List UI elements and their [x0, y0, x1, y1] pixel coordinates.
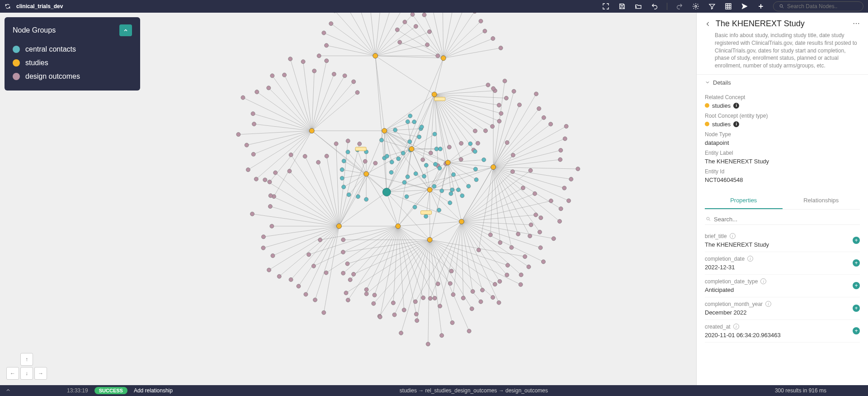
svg-point-519 — [304, 292, 308, 296]
svg-point-375 — [434, 147, 439, 151]
svg-point-500 — [436, 282, 440, 286]
svg-point-544 — [382, 188, 391, 196]
svg-point-335 — [410, 13, 415, 16]
legend-item[interactable]: central contacts — [13, 43, 132, 56]
tab-properties[interactable]: Properties — [705, 192, 783, 209]
svg-point-359 — [332, 72, 336, 76]
plus-icon[interactable] — [757, 2, 765, 10]
chevron-up-icon[interactable] — [5, 387, 11, 394]
pan-left-button[interactable]: ← — [6, 367, 19, 380]
svg-point-298 — [473, 129, 477, 133]
tab-relationships[interactable]: Relationships — [783, 192, 860, 209]
svg-point-432 — [563, 137, 567, 141]
property-value: 2020-11-01 06:34:20.963463 — [705, 332, 860, 339]
info-icon[interactable]: i — [733, 324, 739, 329]
svg-line-256 — [367, 226, 398, 290]
svg-point-419 — [438, 166, 442, 170]
svg-point-319 — [479, 19, 483, 23]
open-folder-icon[interactable] — [634, 2, 642, 10]
svg-point-444 — [516, 232, 520, 236]
svg-point-540 — [358, 142, 362, 146]
svg-point-390 — [482, 158, 486, 162]
svg-line-126 — [384, 131, 403, 153]
graph-canvas[interactable]: Node Groups central contactsstudiesdesig… — [0, 13, 696, 385]
svg-line-207 — [462, 215, 536, 222]
pan-down-button[interactable]: ↓ — [20, 367, 33, 380]
svg-point-497 — [427, 237, 432, 242]
svg-point-442 — [538, 230, 542, 234]
svg-line-265 — [315, 226, 339, 300]
svg-point-499 — [448, 281, 452, 286]
filter-icon[interactable] — [708, 2, 716, 10]
info-icon[interactable]: i — [760, 278, 766, 284]
svg-line-198 — [491, 167, 493, 235]
back-icon[interactable] — [705, 21, 711, 29]
info-icon[interactable]: i — [765, 301, 771, 307]
add-button[interactable]: + — [853, 327, 860, 334]
svg-line-285 — [336, 144, 339, 226]
svg-line-32 — [366, 174, 398, 226]
svg-line-91 — [375, 13, 393, 56]
property-row: created_ati2020-11-01 06:34:20.963463+ — [705, 320, 860, 343]
add-button[interactable]: + — [853, 259, 860, 267]
svg-point-436 — [569, 177, 573, 181]
expand-icon[interactable] — [602, 2, 610, 10]
svg-rect-546 — [421, 211, 432, 215]
svg-line-233 — [430, 240, 442, 335]
root-concept-value: studies — [712, 121, 731, 128]
svg-point-383 — [406, 119, 410, 124]
add-button[interactable]: + — [853, 237, 860, 244]
svg-line-234 — [428, 240, 430, 344]
svg-point-294 — [499, 111, 503, 115]
svg-line-166 — [415, 190, 430, 207]
info-icon[interactable]: i — [733, 103, 739, 109]
svg-point-471 — [438, 304, 442, 308]
svg-point-361 — [352, 80, 356, 84]
collapse-button[interactable] — [119, 24, 132, 36]
pan-up-button[interactable]: ↑ — [20, 353, 33, 366]
svg-line-223 — [415, 222, 462, 302]
svg-point-439 — [559, 207, 563, 211]
search-box[interactable] — [773, 1, 863, 11]
add-button[interactable]: + — [853, 305, 860, 312]
refresh-icon[interactable] — [5, 3, 11, 10]
settings-icon[interactable] — [692, 2, 700, 10]
svg-point-398 — [445, 160, 450, 165]
search-input[interactable] — [787, 3, 858, 10]
property-search[interactable] — [705, 214, 860, 225]
svg-point-495 — [341, 250, 345, 254]
node-type-value: datapoint — [705, 139, 729, 146]
search-icon — [706, 216, 711, 222]
pan-right-button[interactable]: → — [34, 367, 47, 380]
details-section-header[interactable]: Details — [697, 74, 868, 91]
undo-icon[interactable] — [651, 2, 659, 10]
info-icon[interactable]: i — [733, 121, 739, 127]
svg-line-252 — [398, 226, 404, 310]
svg-line-48 — [387, 192, 398, 226]
svg-point-290 — [486, 83, 490, 87]
save-icon[interactable] — [618, 2, 626, 10]
svg-point-296 — [491, 124, 495, 129]
status-badge: SUCCESS — [94, 387, 127, 394]
svg-line-200 — [462, 143, 507, 222]
svg-point-494 — [345, 262, 349, 266]
property-search-input[interactable] — [714, 216, 859, 223]
info-icon[interactable]: i — [747, 256, 753, 262]
svg-line-278 — [265, 180, 339, 226]
legend-item[interactable]: design outcomes — [13, 70, 132, 83]
add-button[interactable]: + — [853, 282, 860, 289]
property-key: brief_title — [705, 233, 727, 239]
grid-icon[interactable] — [724, 2, 732, 10]
legend-item[interactable]: studies — [13, 56, 132, 70]
legend-label: studies — [25, 59, 48, 67]
svg-line-179 — [493, 109, 539, 167]
sidebar-description: Basic info about study, including study … — [715, 32, 860, 70]
info-icon[interactable]: i — [730, 233, 736, 239]
svg-line-264 — [324, 226, 339, 313]
more-icon[interactable]: ⋯ — [853, 19, 860, 28]
svg-point-405 — [342, 159, 346, 163]
svg-point-491 — [364, 292, 368, 296]
plane-icon[interactable] — [741, 2, 749, 10]
svg-point-528 — [250, 212, 254, 216]
redo-icon[interactable] — [675, 2, 684, 10]
